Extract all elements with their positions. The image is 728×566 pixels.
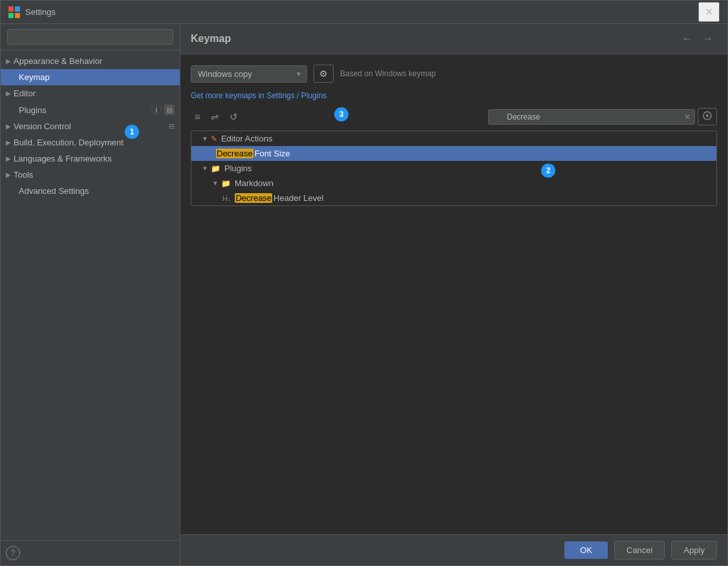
forward-button[interactable]: → [699,32,717,46]
tree-row-decrease-font-size[interactable]: Decrease Font Size [191,146,716,161]
search-wrapper: 🔍 ✕ [488,109,695,125]
editor-actions-icon: ✎ [211,134,217,143]
chevron-right-icon: ▶ [6,139,11,146]
vc-icon: ⊟ [169,122,175,131]
sidebar-items-list: ▶ Appearance & Behavior Keymap ▶ Editor … [1,50,180,540]
restore-defaults-button[interactable]: ↺ [226,109,242,125]
chevron-right-icon: ▶ [6,171,11,178]
sidebar: ▶ Appearance & Behavior Keymap ▶ Editor … [1,24,180,565]
svg-rect-0 [8,6,14,12]
sidebar-item-plugins[interactable]: Plugins ℹ ⊟ [1,101,180,118]
keymap-top-row: Windows copy ▼ ⚙ Based on Windows keymap [191,65,717,83]
search-box-wrapper: 🔍 ✕ [488,108,717,125]
decrease-header-highlight: Decrease [235,193,272,203]
expand-all-button[interactable]: ≡ [191,109,204,124]
app-icon [8,6,20,18]
keymap-search-input[interactable] [488,109,695,125]
chevron-down-icon: ▼ [202,165,208,172]
apply-button[interactable]: Apply [671,541,717,560]
keymap-dropdown[interactable]: Windows copy [191,65,307,83]
sidebar-item-appearance[interactable]: ▶ Appearance & Behavior [1,53,180,69]
collapse-all-button[interactable]: ⇌ [207,109,223,125]
settings-window: Settings ✕ ▶ Appearance & Behavior Keyma… [0,0,728,566]
chevron-right-icon: ▶ [6,58,11,65]
tree-row-markdown[interactable]: ▼ 📁 Markdown [191,176,716,191]
ok-button[interactable]: OK [564,541,608,559]
decrease-font-highlight: Decrease [216,149,253,158]
close-button[interactable]: ✕ [698,2,720,22]
sidebar-search-input[interactable] [7,29,173,45]
chevron-right-icon: ▶ [6,155,11,162]
tree-row-editor-actions[interactable]: ▼ ✎ Editor Actions [191,131,716,146]
svg-rect-2 [8,13,14,18]
svg-point-5 [706,114,709,117]
chevron-right-icon: ▶ [6,123,11,130]
plugins-folder-icon: 📁 [211,164,220,173]
main-panel-title: Keymap [191,33,678,45]
chevron-right-icon: ▶ [6,90,11,97]
clear-search-icon[interactable]: ✕ [684,112,691,121]
plugins-badge: ℹ [151,105,162,115]
chevron-down-icon: ▼ [212,180,219,187]
svg-rect-3 [15,13,20,18]
sidebar-item-editor[interactable]: ▶ Editor [1,85,180,101]
get-more-keymaps-link[interactable]: Get more keymaps in Settings / Plugins [191,91,327,100]
keymap-description: Based on Windows keymap [340,69,717,78]
main-header: Keymap ← → [180,24,727,54]
back-button[interactable]: ← [678,32,696,46]
main-content: ▶ Appearance & Behavior Keymap ▶ Editor … [1,24,727,565]
toolbar-row: ≡ ⇌ ↺ 🔍 ✕ [191,108,717,125]
keymap-content: Windows copy ▼ ⚙ Based on Windows keymap… [180,54,727,534]
sidebar-bottom: ? [1,540,180,565]
cancel-button[interactable]: Cancel [614,541,665,560]
main-panel: Keymap ← → Windows copy ▼ ⚙ [180,24,727,565]
sidebar-item-languages[interactable]: ▶ Languages & Frameworks [1,151,180,167]
sidebar-item-tools[interactable]: ▶ Tools [1,167,180,183]
find-action-button[interactable] [698,108,717,125]
markdown-label: Markdown [235,178,273,188]
editor-actions-label: Editor Actions [221,134,273,143]
sidebar-item-version-control[interactable]: ▶ Version Control ⊟ [1,118,180,134]
title-bar: Settings ✕ [1,1,727,24]
plugins-icon: ⊟ [164,105,175,115]
gear-button[interactable]: ⚙ [314,65,334,83]
sidebar-search-area [1,24,180,50]
sidebar-item-advanced[interactable]: Advanced Settings [1,183,180,199]
window-title: Settings [25,7,698,17]
bottom-bar: OK Cancel Apply [180,534,727,565]
markdown-folder-icon: 📁 [221,179,231,188]
font-size-label: Font Size [255,149,290,158]
keymap-select-wrapper: Windows copy ▼ [191,65,307,83]
sidebar-item-keymap[interactable]: Keymap [1,69,180,85]
keymap-tree: ▼ ✎ Editor Actions Decrease Font Size ▼ … [191,131,717,206]
help-button[interactable]: ? [6,546,20,560]
plugins-label: Plugins [224,163,252,173]
header-icon: H↓ [222,194,231,202]
nav-arrows: ← → [678,32,717,46]
sidebar-item-build[interactable]: ▶ Build, Execution, Deployment [1,134,180,151]
tree-row-plugins[interactable]: ▼ 📁 Plugins [191,161,716,176]
svg-rect-1 [15,6,20,12]
chevron-down-icon: ▼ [202,135,208,142]
header-level-label: Header Level [273,193,323,203]
tree-row-decrease-header[interactable]: H↓ Decrease Header Level [191,191,716,205]
